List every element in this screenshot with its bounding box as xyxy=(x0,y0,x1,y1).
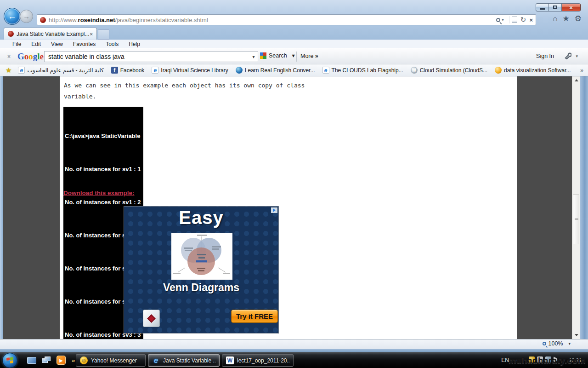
google-search-input[interactable] xyxy=(45,53,249,60)
address-bar-icons: ▾ ↻ × xyxy=(496,16,534,23)
google-search-button-icon xyxy=(260,52,266,59)
scroll-up-arrow[interactable] xyxy=(572,76,580,84)
toolbar-more-button[interactable]: More » xyxy=(300,53,318,59)
zoom-control[interactable]: 100% ▾ xyxy=(543,340,571,347)
tab-title: Java Static Variable Exampl... xyxy=(17,31,89,37)
product-box-icon xyxy=(143,310,160,327)
ie-page-icon: e xyxy=(18,67,25,74)
sign-in-link[interactable]: Sign In xyxy=(536,53,554,59)
quick-launch-chevron-icon[interactable]: » xyxy=(72,357,75,364)
command-bar: ⌂ ★ ⚙ xyxy=(553,14,582,23)
status-bar: 100% ▾ xyxy=(0,339,588,349)
divider xyxy=(296,52,297,62)
menu-help[interactable]: Help xyxy=(124,41,145,47)
home-icon[interactable]: ⌂ xyxy=(553,14,557,23)
favorite-clouds-lab[interactable]: e The CLOUDS Lab Flagship... xyxy=(322,67,403,74)
maximize-icon xyxy=(553,6,557,9)
favorite-cloud-simulation[interactable]: W Cloud Simulation (CloudS... xyxy=(411,67,487,74)
url-text[interactable]: http://www.roseindia.net/java/beginners/… xyxy=(49,17,496,23)
back-button[interactable]: ← xyxy=(4,8,21,25)
close-button[interactable]: × xyxy=(561,3,581,12)
close-icon: × xyxy=(569,5,573,11)
favorites-bar: ★ e كلية التربية - قسم علوم الحاسوب f Fa… xyxy=(0,64,588,76)
taskbar-button-lect17-document[interactable]: W lect17_oop_2011-20... xyxy=(222,354,294,367)
more-chevron-icon: » xyxy=(315,53,318,59)
search-history-dropdown-icon[interactable]: ▾ xyxy=(249,54,258,59)
refresh-icon[interactable]: ↻ xyxy=(520,17,526,23)
menu-file[interactable]: File xyxy=(7,41,26,47)
menu-tools[interactable]: Tools xyxy=(101,41,124,47)
window-chrome: × ← → http://www.roseindia.net/java/begi… xyxy=(0,0,588,76)
url-domain: roseindia.net xyxy=(78,17,115,23)
ad-headline: Easy xyxy=(124,207,278,228)
start-button[interactable] xyxy=(2,353,17,368)
scroll-down-arrow[interactable] xyxy=(572,331,580,339)
try-it-free-button[interactable]: Try it FREE xyxy=(231,310,278,323)
favorite-college-computer-science[interactable]: e كلية التربية - قسم علوم الحاسوب xyxy=(18,67,103,74)
forward-arrow-icon: → xyxy=(23,12,30,20)
word-document-icon: W xyxy=(226,356,234,364)
tab-strip: Java Static Variable Exampl... × xyxy=(0,27,588,40)
search-button-label: Search xyxy=(269,52,287,59)
taskbar: ▶ » ☺ Yahoo! Messenger e Java Static Var… xyxy=(0,352,588,368)
search-icon[interactable] xyxy=(496,18,500,22)
gear-icon[interactable]: ⚙ xyxy=(575,14,582,23)
quick-launch: ▶ » xyxy=(27,356,75,365)
toolbar-close-icon[interactable]: × xyxy=(7,53,11,60)
favorites-overflow-chevron-icon[interactable]: » xyxy=(580,67,583,74)
facebook-icon: f xyxy=(111,67,118,74)
media-player-icon[interactable]: ▶ xyxy=(56,356,66,365)
google-search-button[interactable]: Search ▾ xyxy=(260,52,298,59)
search-dropdown-icon[interactable]: ▾ xyxy=(502,17,504,22)
tab-java-static-variable[interactable]: Java Static Variable Exampl... × xyxy=(4,28,97,40)
taskbar-button-java-static-variable[interactable]: e Java Static Variable ... xyxy=(148,354,220,367)
favorite-facebook[interactable]: f Facebook xyxy=(111,67,145,74)
wrench-icon[interactable] xyxy=(564,52,571,59)
browser-window: × ← → http://www.roseindia.net/java/begi… xyxy=(0,0,588,368)
stop-icon[interactable]: × xyxy=(529,17,533,23)
sphere-icon xyxy=(495,67,502,74)
google-toolbar: × Google ▾ Search ▾ More » Sign In ▾ xyxy=(0,48,588,64)
vertical-scrollbar[interactable] xyxy=(572,76,580,339)
add-favorite-star-icon[interactable]: ★ xyxy=(6,66,11,75)
wrench-dropdown-icon[interactable]: ▾ xyxy=(576,54,578,58)
ie-page-icon: e xyxy=(322,67,329,74)
tab-favicon xyxy=(8,31,14,37)
favorites-star-icon[interactable]: ★ xyxy=(563,14,570,23)
watermark-text: muhadharaty.com xyxy=(509,356,586,366)
favorite-learn-real-english[interactable]: Learn Real English Conver... xyxy=(236,67,315,74)
zoom-dropdown-icon[interactable]: ▾ xyxy=(568,341,571,346)
show-desktop-icon[interactable] xyxy=(27,356,37,365)
minimize-icon xyxy=(540,8,545,10)
ad-banner[interactable]: Easy xyxy=(124,206,279,334)
back-arrow-icon: ← xyxy=(8,12,17,22)
menu-view[interactable]: View xyxy=(46,41,68,47)
favorite-data-visualization[interactable]: data visualization Softwar... xyxy=(495,67,571,74)
window-frame-left xyxy=(0,76,3,352)
google-search-box[interactable]: ▾ xyxy=(44,51,258,62)
new-tab-button[interactable] xyxy=(98,29,109,40)
download-example-link[interactable]: Download this example: xyxy=(63,190,135,196)
forward-button[interactable]: → xyxy=(20,10,33,23)
menu-bar: File Edit View Favorites Tools Help xyxy=(0,40,588,48)
yahoo-smiley-icon: ☺ xyxy=(80,356,88,364)
tab-close-icon[interactable]: × xyxy=(89,31,94,37)
language-indicator[interactable]: EN xyxy=(501,357,509,363)
venn-diagram-image xyxy=(171,233,232,280)
window-switcher-icon[interactable] xyxy=(41,356,51,365)
minimize-button[interactable] xyxy=(536,3,548,12)
scrollbar-thumb[interactable] xyxy=(573,195,579,244)
wordpress-icon: W xyxy=(411,67,418,74)
address-bar[interactable]: http://www.roseindia.net/java/beginners/… xyxy=(37,14,536,25)
menu-edit[interactable]: Edit xyxy=(26,41,46,47)
internet-explorer-icon: e xyxy=(152,356,160,364)
site-favicon xyxy=(40,17,46,23)
favorite-iraqi-virtual-science-library[interactable]: e Iraqi Virtual Science Library xyxy=(152,67,228,74)
navigation-bar: ← → http://www.roseindia.net/java/beginn… xyxy=(0,13,588,27)
ie-page-icon: e xyxy=(152,67,158,74)
compatibility-view-icon[interactable] xyxy=(512,17,517,23)
taskbar-button-yahoo-messenger[interactable]: ☺ Yahoo! Messenger xyxy=(76,354,146,367)
maximize-button[interactable] xyxy=(548,3,561,12)
divider xyxy=(509,16,509,23)
menu-favorites[interactable]: Favorites xyxy=(68,41,101,47)
